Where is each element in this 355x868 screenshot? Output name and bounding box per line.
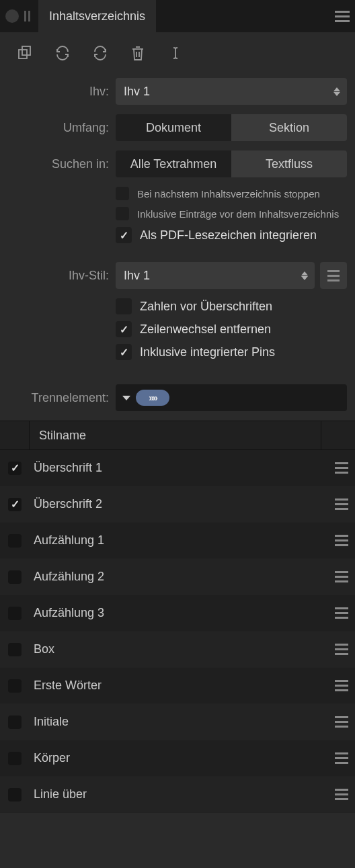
trash-icon[interactable] bbox=[129, 44, 147, 62]
ihv-stil-value: Ihv 1 bbox=[124, 269, 150, 283]
styles-table-header: Stilname bbox=[0, 421, 355, 450]
row-checkbox[interactable] bbox=[8, 788, 22, 801]
row-style-name: Initiale bbox=[30, 715, 335, 729]
sync-up-icon[interactable] bbox=[91, 44, 109, 62]
table-row[interactable]: Aufzählung 3 bbox=[0, 595, 355, 632]
sync-down-icon[interactable] bbox=[54, 44, 71, 62]
panel-menu-icon[interactable] bbox=[335, 11, 350, 22]
pdf-bookmark-checkbox[interactable] bbox=[116, 227, 132, 243]
stop-next-toc-checkbox[interactable] bbox=[116, 187, 129, 200]
chevron-down-icon bbox=[122, 396, 130, 400]
table-row[interactable]: Körper bbox=[0, 740, 355, 777]
umfang-label: Umfang: bbox=[8, 121, 109, 135]
svg-rect-0 bbox=[19, 50, 27, 58]
stop-next-toc-label: Bei nächstem Inhaltsverzeichnis stoppen bbox=[137, 188, 320, 200]
row-checkbox[interactable] bbox=[8, 534, 22, 548]
row-style-name: Überschrift 1 bbox=[30, 461, 335, 475]
close-icon[interactable] bbox=[5, 9, 19, 23]
separator-symbol-pill: »» bbox=[136, 390, 169, 406]
panel-header: Inhaltsverzeichnis bbox=[0, 0, 355, 32]
row-menu-icon[interactable] bbox=[335, 716, 348, 728]
row-style-name: Überschrift 2 bbox=[30, 497, 335, 511]
umfang-sektion-button[interactable]: Sektion bbox=[231, 114, 347, 141]
numbers-before-label: Zahlen vor Überschriften bbox=[140, 300, 272, 314]
row-checkbox[interactable] bbox=[8, 462, 22, 475]
row-menu-icon[interactable] bbox=[335, 498, 348, 510]
table-row[interactable]: Aufzählung 2 bbox=[0, 559, 355, 595]
separator-field[interactable]: »» bbox=[116, 384, 347, 411]
row-checkbox[interactable] bbox=[8, 570, 22, 584]
include-before-toc-checkbox[interactable] bbox=[116, 207, 129, 220]
row-checkbox[interactable] bbox=[8, 643, 22, 656]
row-menu-icon[interactable] bbox=[335, 789, 348, 800]
styles-table-body: Überschrift 1Überschrift 2Aufzählung 1Au… bbox=[0, 450, 355, 813]
ihv-stil-select[interactable]: Ihv 1 bbox=[116, 262, 315, 289]
table-row[interactable]: Box bbox=[0, 632, 355, 668]
ihv-stil-label: Ihv-Stil: bbox=[8, 269, 109, 283]
row-menu-icon[interactable] bbox=[335, 752, 348, 764]
row-style-name: Aufzählung 3 bbox=[30, 606, 335, 620]
separator-label: Trennelement: bbox=[8, 391, 109, 405]
numbers-before-checkbox[interactable] bbox=[116, 298, 132, 314]
column-header-stilname[interactable]: Stilname bbox=[30, 421, 321, 449]
ihv-select-value: Ihv 1 bbox=[124, 85, 150, 99]
suchen-textfluss-button[interactable]: Textfluss bbox=[231, 150, 347, 177]
column-header-check[interactable] bbox=[0, 421, 30, 449]
row-checkbox[interactable] bbox=[8, 752, 22, 765]
umfang-toggle: Dokument Sektion bbox=[116, 114, 347, 141]
toolbar bbox=[0, 32, 355, 74]
duplicate-icon[interactable] bbox=[16, 44, 34, 62]
ihv-stil-menu-button[interactable] bbox=[320, 262, 347, 289]
row-menu-icon[interactable] bbox=[335, 462, 348, 474]
row-style-name: Aufzählung 2 bbox=[30, 570, 335, 584]
row-menu-icon[interactable] bbox=[335, 607, 348, 619]
table-row[interactable]: Erste Wörter bbox=[0, 668, 355, 704]
remove-linebreaks-label: Zeilenwechsel entfernen bbox=[140, 322, 271, 337]
ihv-label: Ihv: bbox=[8, 85, 109, 99]
table-row[interactable]: Aufzählung 1 bbox=[0, 523, 355, 559]
table-row[interactable]: Initiale bbox=[0, 704, 355, 740]
row-menu-icon[interactable] bbox=[335, 571, 348, 582]
table-row[interactable]: Überschrift 1 bbox=[0, 450, 355, 486]
table-row[interactable]: Linie über bbox=[0, 777, 355, 813]
row-style-name: Aufzählung 1 bbox=[30, 533, 335, 548]
tab-inhaltsverzeichnis[interactable]: Inhaltsverzeichnis bbox=[38, 0, 156, 32]
pdf-bookmark-label: Als PDF-Lesezeichen integrieren bbox=[140, 228, 317, 243]
row-menu-icon[interactable] bbox=[335, 644, 348, 655]
row-style-name: Erste Wörter bbox=[30, 679, 335, 693]
settings-form: Ihv: Ihv 1 Umfang: Dokument Sektion Such… bbox=[0, 74, 355, 380]
menu-icon bbox=[327, 270, 340, 281]
remove-linebreaks-checkbox[interactable] bbox=[116, 321, 132, 337]
row-style-name: Körper bbox=[30, 751, 335, 765]
stepper-icon bbox=[333, 87, 340, 96]
text-cursor-icon[interactable] bbox=[167, 44, 184, 62]
row-style-name: Box bbox=[30, 642, 335, 656]
dock-icon[interactable] bbox=[24, 11, 30, 21]
row-checkbox[interactable] bbox=[8, 715, 22, 729]
row-menu-icon[interactable] bbox=[335, 535, 348, 546]
suchen-alle-button[interactable]: Alle Textrahmen bbox=[116, 150, 231, 177]
include-pins-label: Inklusive integrierter Pins bbox=[140, 345, 275, 359]
row-checkbox[interactable] bbox=[8, 607, 22, 620]
include-pins-checkbox[interactable] bbox=[116, 344, 132, 360]
row-menu-icon[interactable] bbox=[335, 680, 348, 691]
svg-rect-1 bbox=[22, 46, 30, 55]
row-checkbox[interactable] bbox=[8, 498, 22, 511]
row-checkbox[interactable] bbox=[8, 679, 22, 693]
include-before-toc-label: Inklusive Einträge vor dem Inhaltsverzei… bbox=[137, 208, 339, 220]
suchen-toggle: Alle Textrahmen Textfluss bbox=[116, 150, 347, 177]
umfang-dokument-button[interactable]: Dokument bbox=[116, 114, 231, 141]
suchen-label: Suchen in: bbox=[8, 157, 109, 171]
table-row[interactable]: Überschrift 2 bbox=[0, 486, 355, 523]
row-style-name: Linie über bbox=[30, 787, 335, 801]
stepper-icon bbox=[301, 271, 308, 280]
ihv-select[interactable]: Ihv 1 bbox=[116, 78, 347, 105]
